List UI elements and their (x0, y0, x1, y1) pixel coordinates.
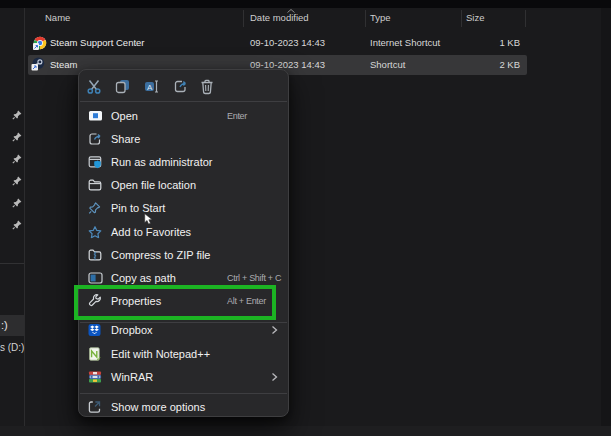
svg-text:A: A (147, 83, 153, 92)
